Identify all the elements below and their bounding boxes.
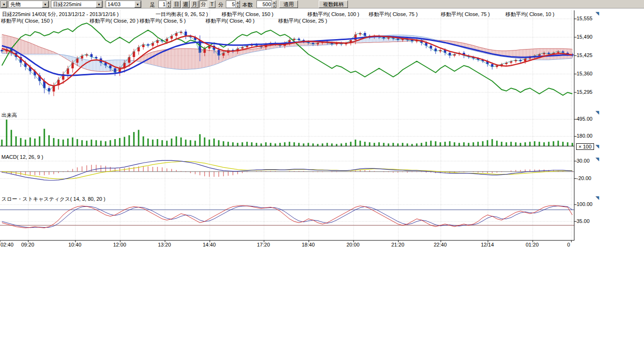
time-axis-label: 01:20 [526,242,539,247]
chart-legend-item: 移動平均( Close, 10 ) [505,11,554,18]
pane-scale-arrow-icon[interactable]: ◥ [595,196,599,200]
price-axis-label: 15,555 [577,16,593,21]
time-axis-label: 09:20 [21,242,34,247]
chart-legend-item: 一目均衡表( 9, 26, 52 ) [156,11,208,18]
price-axis-label: 15,425 [577,52,593,58]
time-axis-label: 14:40 [203,242,216,247]
volume-axis-label: 495.00 [577,116,593,122]
macd-axis-label: -20.00 [577,175,591,181]
bar-count-label: 本数 [242,1,253,8]
time-axis-label: 12:00 [113,242,126,247]
count-spinner[interactable]: ▲▼ [256,0,276,8]
stochastics-pane-label: スロー・ストキャスティクス( 14, 3, 80, 20 ) [1,196,105,203]
bar-count-spinner[interactable]: ▲▼ [158,0,171,8]
chart-legend-item: 移動平均( Close, 25 ) [278,17,327,25]
market-combobox[interactable]: 先物 ▼ [8,0,49,8]
chevron-down-icon: ▼ [134,1,141,8]
contract-combobox-value: 14/03 [106,1,134,8]
pane-scale-arrow-icon[interactable]: ◥ [595,11,599,16]
time-axis-label: 12/14 [481,242,494,247]
chart-legend-item: 移動平均( Close, 5 ) [140,17,186,25]
price-axis-label: 15,360 [577,71,593,76]
chevron-down-icon: ▼ [96,1,102,8]
stoch-axis-label: 100.00 [577,201,593,207]
mini-combobox[interactable]: ▼ [0,0,8,8]
time-axis-label: 17:20 [257,242,270,247]
time-axis-label: 20:00 [347,242,360,247]
chart-overlay: 出来高 MACD( 12, 26, 9 ) スロー・ストキャスティクス( 14,… [0,0,644,255]
count-input[interactable] [256,0,272,8]
toolbar: ▼ 先物 ▼ 日経225mini ▼ 14/03 ▼ 足 ▲▼ 日 週 月 分 … [0,0,644,8]
apply-button[interactable]: 適用 [279,0,298,8]
minute-input[interactable] [226,0,236,8]
chevron-down-icon: ▼ [42,1,49,8]
chart-legend-item: 移動平均( Close, 150 ) [222,11,273,18]
macd-axis-label: 30.00 [577,158,590,164]
symbol-combobox[interactable]: 日経225mini ▼ [51,0,103,8]
chevron-down-icon: ▼ [1,1,7,8]
chart-legend-item: 移動平均( Close, 75 ) [441,11,490,18]
chart-legend-item: 移動平均( Close, 40 ) [206,17,255,25]
time-axis-label: 13:20 [158,242,171,247]
time-axis-label: 18:40 [302,242,315,247]
chart-legend-item: 移動平均( Close, 75 ) [369,11,418,18]
minute-spinner[interactable]: ▲▼ [226,0,240,8]
chart-legend-item: 日経225mini 14/03( 5分, 2013/12/12 - 2013/1… [2,11,119,18]
market-combobox-value: 先物 [9,1,42,8]
macd-pane-label: MACD( 12, 26, 9 ) [1,154,43,160]
chart-legend-item: 移動平均( Close, 150 ) [1,17,53,25]
time-axis-label: 0 [567,242,570,247]
chart-legend-item: 移動平均( Close, 20 ) [90,17,139,25]
timeframe-tick-button[interactable]: T [208,0,215,8]
chart-application-window: ▼ 先物 ▼ 日経225mini ▼ 14/03 ▼ 足 ▲▼ 日 週 月 分 … [0,0,644,362]
minute-label: 分 [218,1,223,8]
bar-type-label: 足 [150,1,155,8]
timeframe-week-button[interactable]: 週 [182,0,190,8]
volume-axis-label: 180.00 [577,133,593,139]
spinner-arrows-icon[interactable]: ▲▼ [166,0,171,8]
timeframe-month-button[interactable]: 月 [190,0,198,8]
timeframe-day-button[interactable]: 日 [173,0,181,8]
time-axis-label: 22:40 [434,242,447,247]
contract-month-combobox[interactable]: 14/03 ▼ [106,0,141,8]
chart-legend-item: 移動平均( Close, 100 ) [307,11,359,18]
time-axis-label: 21:20 [391,242,405,247]
time-axis-label: 10:40 [68,242,82,247]
spinner-arrows-icon[interactable]: ▲▼ [272,0,276,8]
pane-scale-arrow-icon[interactable]: ◥ [595,110,599,115]
price-axis-label: 15,490 [577,34,593,40]
multi-symbol-button[interactable]: 複数銘柄 [319,0,348,8]
pane-scale-arrow-icon[interactable]: ◥ [595,144,599,149]
spinner-arrows-icon[interactable]: ▲▼ [236,0,240,8]
volume-pane-label: 出来高 [1,112,17,119]
bar-count-input[interactable] [158,0,166,8]
time-axis-label: 02:40 [0,242,14,247]
pane-scale-arrow-icon[interactable]: ◥ [595,157,599,162]
timeframe-minute-button[interactable]: 分 [199,0,207,8]
volume-multiplier-badge: × 100 [576,143,594,150]
price-axis-label: 15,295 [577,89,593,95]
stoch-axis-label: 35.00 [577,218,590,224]
symbol-combobox-value: 日経225mini [51,1,96,8]
